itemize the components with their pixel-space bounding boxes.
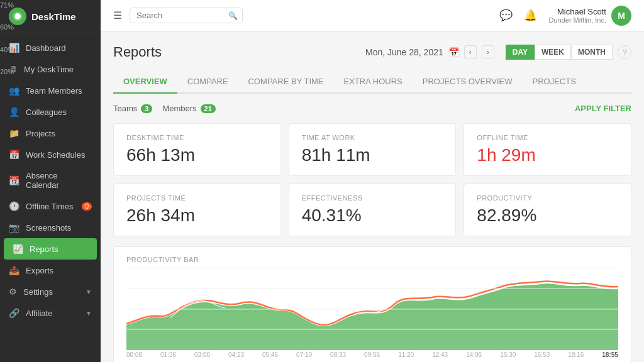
x-axis-label: 18:16 (568, 351, 584, 358)
sidebar-navigation: 📊 Dashboard 🖥 My DeskTime 👥 Team Members… (0, 33, 101, 362)
work-schedules-icon: 📅 (9, 150, 19, 160)
teams-badge: 3 (141, 104, 152, 113)
chart-x-axis: 00:0001:3603:0004:2305:4607:1008:3309:56… (126, 351, 618, 358)
search-input[interactable] (136, 11, 225, 20)
bell-icon[interactable]: 🔔 (524, 9, 537, 22)
metric-label: PRODUCTIVITY (477, 194, 618, 202)
sidebar-brand: DeskTime (31, 11, 76, 22)
team-members-icon: 👥 (9, 85, 19, 96)
teams-label: Teams (113, 104, 137, 113)
content-area: Reports Mon, June 28, 2021 📅 ‹ › DAYWEEK… (101, 31, 644, 362)
metric-card-time-at-work: TIME AT WORK 81h 11m (289, 123, 457, 176)
teams-filter[interactable]: Teams 3 (113, 104, 152, 113)
metric-label: EFFECTIVENESS (302, 194, 443, 202)
sidebar-item-label: Projects (26, 129, 55, 138)
view-tabs: DAYWEEKMONTH (506, 45, 613, 60)
expand-arrow-icon: ▼ (86, 310, 92, 317)
sub-tabs: OVERVIEWCOMPARECOMPARE BY TIMEEXTRA HOUR… (113, 70, 631, 94)
absence-calendar-icon: 📆 (9, 175, 19, 185)
projects-icon: 📁 (9, 128, 19, 138)
sidebar-item-team-members[interactable]: 👥 Team Members (0, 80, 101, 101)
chart-container: PRODUCTIVITY BAR 71%60%40%20% (113, 246, 631, 362)
offline-badge: 0 (82, 202, 92, 211)
calendar-icon[interactable]: 📅 (448, 47, 459, 57)
main-content: ☰ 🔍 💬 🔔 Michael Scott Dunder Mifflin, In… (101, 0, 644, 362)
x-axis-label: 00:00 (126, 351, 142, 358)
sidebar-item-label: Offline Times (26, 202, 74, 211)
view-tab-week[interactable]: WEEK (535, 45, 571, 60)
x-axis-label: 05:46 (262, 351, 278, 358)
user-avatar: M (611, 6, 631, 26)
sidebar-item-affiliate[interactable]: 🔗 Affiliate ▼ (0, 302, 101, 324)
x-axis-label: 15:30 (500, 351, 516, 358)
screenshots-icon: 📷 (9, 222, 19, 233)
sidebar-item-screenshots[interactable]: 📷 Screenshots (0, 217, 101, 238)
sidebar-item-label: Settings (23, 287, 53, 297)
sidebar-item-label: Affiliate (26, 309, 52, 318)
sidebar-item-label: Absence Calendar (26, 171, 92, 190)
x-axis-label: 03:00 (194, 351, 210, 358)
x-axis-label: 16:53 (534, 351, 550, 358)
sidebar-item-colleagues[interactable]: 👤 Colleagues (0, 101, 101, 123)
chart-title: PRODUCTIVITY BAR (126, 256, 618, 263)
topbar: ☰ 🔍 💬 🔔 Michael Scott Dunder Mifflin, In… (101, 0, 644, 31)
chat-icon[interactable]: 💬 (499, 9, 513, 22)
next-date-button[interactable]: › (482, 45, 494, 59)
user-info[interactable]: Michael Scott Dunder Mifflin, Inc. M (548, 6, 631, 26)
menu-icon[interactable]: ☰ (113, 9, 122, 21)
settings-icon: ⚙ (9, 287, 17, 297)
metric-value: 26h 34m (126, 206, 268, 226)
filter-row: Teams 3 Members 21 APPLY FILTER (113, 104, 631, 113)
x-axis-label: 14:06 (466, 351, 482, 358)
productivity-chart (126, 268, 618, 350)
sub-tab-compare-by-time[interactable]: COMPARE BY TIME (238, 70, 334, 94)
sidebar-item-label: Screenshots (26, 223, 71, 233)
x-axis-label: 12:43 (432, 351, 448, 358)
metric-value: 82.89% (477, 206, 618, 226)
sidebar-item-offline-times[interactable]: 🕐 Offline Times 0 (0, 195, 101, 217)
metric-label: DESKTIME TIME (126, 134, 268, 141)
members-badge: 21 (201, 104, 216, 113)
x-axis-label: 08:33 (330, 351, 346, 358)
expand-arrow-icon: ▼ (86, 288, 92, 295)
prev-date-button[interactable]: ‹ (464, 45, 477, 59)
metric-card-productivity: PRODUCTIVITY 82.89% (464, 184, 631, 236)
sidebar-item-settings[interactable]: ⚙ Settings ▼ (0, 281, 101, 302)
sub-tab-compare[interactable]: COMPARE (177, 70, 238, 94)
page-title: Reports (113, 44, 162, 60)
x-axis-label: 11:20 (398, 351, 414, 358)
view-tab-month[interactable]: MONTH (571, 45, 613, 60)
sidebar-item-reports[interactable]: 📈 Reports (4, 238, 97, 260)
members-label: Members (162, 104, 196, 113)
metric-card-effectiveness: EFFECTIVENESS 40.31% (289, 184, 457, 236)
sidebar-item-work-schedules[interactable]: 📅 Work Schedules (0, 144, 101, 165)
date-display: Mon, June 28, 2021 (365, 47, 443, 57)
reports-header: Reports Mon, June 28, 2021 📅 ‹ › DAYWEEK… (113, 44, 631, 60)
view-tab-day[interactable]: DAY (506, 45, 535, 60)
x-axis-label: 01:36 (160, 351, 176, 358)
sub-tab-projects-overview[interactable]: PROJECTS OVERVIEW (413, 70, 523, 94)
sidebar-item-label: Exports (26, 266, 53, 275)
affiliate-icon: 🔗 (9, 308, 19, 318)
help-icon[interactable]: ? (618, 45, 631, 59)
x-axis-label: 07:10 (296, 351, 312, 358)
sub-tab-extra-hours[interactable]: EXTRA HOURS (334, 70, 413, 94)
sub-tab-overview[interactable]: OVERVIEW (113, 70, 177, 94)
sidebar-item-projects[interactable]: 📁 Projects (0, 123, 101, 144)
x-axis-label: 04:23 (228, 351, 244, 358)
sidebar-item-exports[interactable]: 📤 Exports (0, 260, 101, 281)
sub-tab-projects[interactable]: PROJECTS (523, 70, 586, 94)
search-box[interactable]: 🔍 (130, 8, 243, 23)
apply-filter-button[interactable]: APPLY FILTER (575, 104, 631, 113)
metric-card-desktime-time: DESKTIME TIME 66h 13m (113, 123, 281, 176)
sidebar-item-absence-calendar[interactable]: 📆 Absence Calendar (0, 165, 101, 195)
members-filter[interactable]: Members 21 (162, 104, 215, 113)
sidebar-item-label: Work Schedules (26, 150, 85, 160)
date-navigation: Mon, June 28, 2021 📅 ‹ › DAYWEEKMONTH ? (365, 45, 631, 60)
user-company: Dunder Mifflin, Inc. (548, 16, 606, 24)
metric-card-projects-time: PROJECTS TIME 26h 34m (113, 184, 281, 236)
exports-icon: 📤 (9, 265, 19, 275)
x-axis-label: 18:55 (602, 351, 618, 358)
offline-times-icon: 🕐 (9, 201, 19, 211)
sidebar-item-label: Team Members (26, 86, 82, 96)
